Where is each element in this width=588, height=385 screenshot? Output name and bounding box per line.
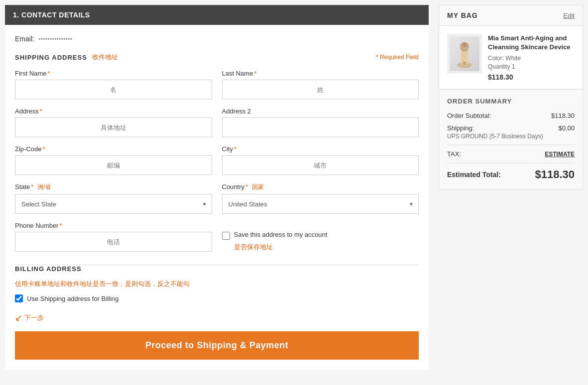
save-address-row: Save this address to my account: [222, 231, 419, 241]
address2-group: Address 2: [222, 107, 419, 137]
first-name-group: First Name*: [15, 70, 212, 99]
order-summary: ORDER SUMMARY Order Subtotal: $118.30 Sh…: [439, 90, 583, 190]
shipping-label: Shipping:: [447, 124, 474, 132]
use-shipping-checkbox[interactable]: [15, 294, 23, 302]
phone-group: Phone Number*: [15, 222, 212, 252]
estimate-link[interactable]: ESTIMATE: [545, 151, 575, 158]
product-color: Color: White: [488, 55, 575, 62]
shipping-address-title: SHIPPING ADDRESS: [15, 54, 87, 61]
first-name-label: First Name*: [15, 70, 212, 77]
shipping-row: Shipping: $0.00 UPS GROUND (5-7 Business…: [447, 124, 575, 140]
shipping-address-cn: 收件地址: [92, 53, 118, 62]
product-quantity: Quantity 1: [488, 63, 575, 70]
shipping-header-row: SHIPPING ADDRESS 收件地址 * Required Field: [15, 53, 419, 62]
total-row: Estimated Total: $118.30: [447, 163, 575, 181]
svg-rect-4: [463, 62, 466, 65]
shipping-method: UPS GROUND (5-7 Business Days): [447, 133, 575, 140]
save-address-checkbox[interactable]: [222, 232, 230, 240]
use-shipping-label[interactable]: Use Shipping address for Billing: [27, 295, 118, 302]
product-info: Mia Smart Anti-Aging and Cleansing Skinc…: [488, 34, 575, 81]
address2-label: Address 2: [222, 107, 419, 115]
subtotal-row: Order Subtotal: $118.30: [447, 112, 575, 119]
city-input[interactable]: [222, 155, 419, 175]
state-select-wrapper: Select State: [15, 194, 212, 214]
total-label: Estimated Total:: [447, 171, 501, 179]
last-name-label: Last Name*: [222, 70, 419, 77]
shipping-title-group: SHIPPING ADDRESS 收件地址: [15, 53, 118, 62]
billing-annotation-cn: 信用卡账单地址和收件地址是否一致，是则勾选，反之不能勾: [15, 280, 419, 289]
address-input[interactable]: [15, 117, 212, 137]
country-select-wrapper: United States: [222, 194, 419, 214]
billing-title: BILLING ADDRESS: [15, 265, 419, 273]
last-name-group: Last Name*: [222, 70, 419, 99]
email-value: •••••••••••••••: [38, 35, 72, 43]
zip-city-row: Zip-Code* City*: [15, 145, 419, 175]
section-title: 1. CONTACT DETAILS: [13, 11, 90, 19]
main-content: 1. CONTACT DETAILS Email: ••••••••••••••…: [5, 5, 429, 370]
product-image: [447, 34, 482, 74]
zip-label: Zip-Code*: [15, 145, 212, 153]
phone-row: Phone Number* Save this address to my ac…: [15, 222, 419, 252]
country-cn: 国家: [252, 184, 264, 191]
edit-link[interactable]: Edit: [564, 12, 575, 19]
total-amount: $118.30: [535, 168, 575, 181]
address2-input[interactable]: [222, 117, 419, 137]
svg-point-3: [463, 43, 467, 47]
billing-section: BILLING ADDRESS 信用卡账单地址和收件地址是否一致，是则勾选，反之…: [5, 265, 429, 307]
state-country-row: State* 洲/省 Select State Country* 国家: [15, 183, 419, 214]
proceed-wrapper: Proceed to Shipping & Payment: [5, 326, 429, 370]
city-group: City*: [222, 145, 419, 175]
save-address-group: Save this address to my account 是否保存地址: [222, 222, 419, 252]
product-svg: [452, 38, 477, 70]
subtotal-value: $118.30: [551, 112, 575, 119]
next-step-annotation-row: ↙ 下一步: [5, 307, 429, 326]
bag-item: Mia Smart Anti-Aging and Cleansing Skinc…: [439, 26, 583, 90]
zip-input[interactable]: [15, 155, 212, 175]
my-bag-title: MY BAG: [447, 11, 478, 19]
product-name: Mia Smart Anti-Aging and Cleansing Skinc…: [488, 34, 575, 52]
phone-input[interactable]: [15, 232, 212, 252]
phone-label: Phone Number*: [15, 222, 212, 229]
form-body: Email: ••••••••••••••• SHIPPING ADDRESS …: [5, 25, 429, 265]
last-name-input[interactable]: [222, 80, 419, 99]
section-header: 1. CONTACT DETAILS: [5, 5, 429, 25]
country-select[interactable]: United States: [222, 194, 419, 214]
arrow-icon: ↙: [15, 312, 22, 323]
state-label: State* 洲/省: [15, 183, 212, 192]
shipping-value: $0.00: [558, 124, 575, 132]
country-group: Country* 国家 United States: [222, 183, 419, 214]
name-row: First Name* Last Name*: [15, 70, 419, 99]
tax-row: TAX: ESTIMATE: [447, 145, 575, 158]
order-summary-title: ORDER SUMMARY: [447, 97, 575, 105]
city-label: City*: [222, 145, 419, 153]
state-group: State* 洲/省 Select State: [15, 183, 212, 214]
zip-group: Zip-Code*: [15, 145, 212, 175]
country-label: Country* 国家: [222, 183, 419, 192]
tax-label: TAX:: [447, 150, 461, 158]
save-address-cn: 是否保存地址: [234, 243, 273, 251]
product-img-inner: [450, 36, 479, 71]
address-group: Address*: [15, 107, 212, 137]
my-bag-header: MY BAG Edit: [439, 5, 583, 26]
email-label: Email:: [15, 35, 34, 43]
sidebar: MY BAG Edit Mia Smart Anti-Aging: [439, 5, 583, 370]
email-row: Email: •••••••••••••••: [15, 35, 419, 43]
next-step-cn: 下一步: [24, 313, 44, 322]
state-cn: 洲/省: [37, 184, 51, 191]
subtotal-label: Order Subtotal:: [447, 112, 491, 119]
first-name-input[interactable]: [15, 80, 212, 99]
save-address-label[interactable]: Save this address to my account: [234, 231, 328, 238]
proceed-button[interactable]: Proceed to Shipping & Payment: [15, 331, 419, 360]
address-label: Address*: [15, 107, 212, 115]
state-select[interactable]: Select State: [15, 194, 212, 214]
use-shipping-row: Use Shipping address for Billing: [15, 294, 419, 302]
page-wrapper: 1. CONTACT DETAILS Email: ••••••••••••••…: [0, 0, 588, 375]
product-price: $118.30: [488, 73, 575, 81]
required-note: * Required Field: [376, 54, 419, 61]
address-row: Address* Address 2: [15, 107, 419, 137]
